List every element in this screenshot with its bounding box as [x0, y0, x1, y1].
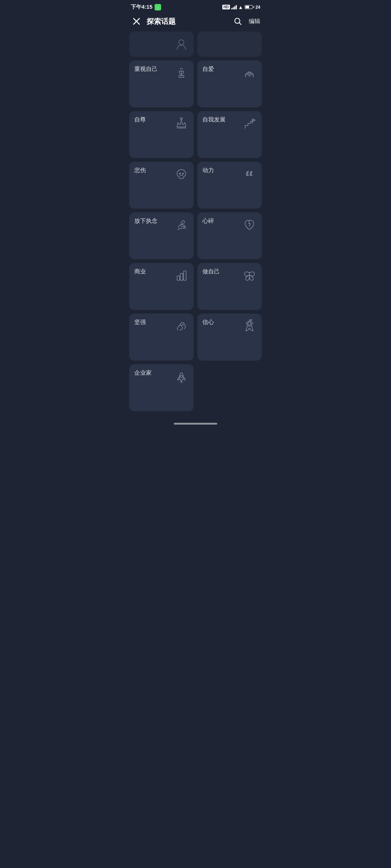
battery-percent: 24 [256, 5, 260, 10]
card-header-zhongshi: 重视自己 [134, 65, 189, 80]
svg-line-11 [180, 118, 181, 118]
topic-card-shang-ye[interactable]: 商业 [129, 263, 194, 310]
partial-icon-right [242, 37, 257, 51]
hd-badge: HD [222, 5, 230, 9]
card-label-dong-li: 动力 [202, 167, 214, 174]
mind-icon [174, 167, 189, 181]
topic-card-zi-zun[interactable]: 自尊 [129, 111, 194, 158]
svg-point-4 [179, 40, 184, 45]
card-label-zi-ai: 自爱 [202, 65, 214, 73]
signal-bar-4 [236, 5, 237, 9]
svg-point-14 [182, 173, 184, 174]
card-header-fangxia: 放下执念 [134, 217, 189, 232]
card-header-zi-ai: 自爱 [202, 65, 257, 80]
partial-card-right[interactable] [197, 31, 262, 57]
card-label-ziwo-fazhan: 自我发展 [202, 116, 226, 124]
svg-point-13 [180, 173, 181, 174]
card-label-jian-qiang: 坚强 [134, 319, 146, 326]
muscle-icon [174, 319, 189, 333]
card-header-shang-ye: 商业 [134, 268, 189, 282]
signal-bar-1 [231, 8, 232, 9]
svg-point-27 [180, 375, 182, 378]
stairs-flag-icon [242, 116, 257, 131]
butterfly-icon [242, 268, 257, 282]
card-label-zuo-ziji: 做自己 [202, 268, 220, 276]
svg-point-19 [247, 321, 252, 326]
topic-card-ziwo-fazhan[interactable]: 自我发展 [197, 111, 262, 158]
svg-point-20 [248, 322, 251, 325]
svg-line-10 [182, 118, 183, 118]
topic-card-fangxia-zhinian[interactable]: 放下执念 [129, 212, 194, 259]
status-bar: 下午4:15 ↓ HD ▲ 24 [125, 0, 266, 13]
home-indicator [174, 423, 217, 425]
card-label-qi-ye-jia: 企业家 [134, 369, 152, 377]
card-header-xin-sui: 心碎 [202, 217, 257, 232]
status-time: 下午4:15 [131, 4, 152, 10]
card-label-xin-sui: 心碎 [202, 217, 214, 225]
svg-line-3 [239, 23, 241, 25]
signal-bars [231, 5, 237, 9]
status-right: HD ▲ 24 [222, 4, 260, 10]
hands-heart-icon [242, 65, 257, 80]
topic-card-zuo-ziji[interactable]: 做自己 [197, 263, 262, 310]
card-label-zhongshi: 重视自己 [134, 65, 157, 73]
partial-card-left[interactable] [129, 31, 194, 57]
svg-rect-16 [180, 273, 183, 280]
svg-line-23 [250, 320, 251, 321]
topic-card-dong-li[interactable]: 动力 [197, 162, 262, 209]
topic-card-qi-ye-jia[interactable]: 企业家 [129, 364, 194, 411]
card-header-ziwo-fazhan: 自我发展 [202, 116, 257, 131]
battery [245, 5, 254, 9]
card-header-zi-zun: 自尊 [134, 116, 189, 131]
topic-card-zi-ai[interactable]: 自爱 [197, 60, 262, 107]
page-header: 探索话题 编辑 [125, 13, 266, 31]
card-header-jian-qiang: 坚强 [134, 319, 189, 333]
close-button[interactable] [131, 16, 142, 27]
card-label-zi-zun: 自尊 [134, 116, 146, 124]
battery-tip [253, 6, 254, 8]
card-label-bei-shang: 悲伤 [134, 167, 146, 174]
rocket-icon [174, 369, 189, 384]
edit-button[interactable]: 编辑 [249, 18, 260, 25]
battery-body [245, 5, 253, 9]
astronaut-icon [242, 319, 257, 333]
search-button[interactable] [233, 16, 243, 26]
card-label-shang-ye: 商业 [134, 268, 146, 276]
header-actions: 编辑 [233, 16, 260, 26]
topic-card-xin-xin[interactable]: 信心 [197, 314, 262, 361]
wifi-icon: ▲ [238, 4, 243, 10]
card-header-xin-xin: 信心 [202, 319, 257, 333]
download-icon: ↓ [155, 4, 161, 10]
svg-rect-17 [184, 271, 186, 280]
signal-bar-2 [233, 7, 234, 9]
card-header-partial-right [202, 37, 257, 51]
svg-rect-15 [177, 276, 180, 280]
bar-chart-icon [174, 268, 189, 282]
card-header-bei-shang: 悲伤 [134, 167, 189, 181]
topic-card-bei-shang[interactable]: 悲伤 [129, 162, 194, 209]
card-label-xin-xin: 信心 [202, 319, 214, 326]
bottom-indicator-area [125, 420, 266, 432]
card-header-qi-ye-jia: 企业家 [134, 369, 189, 384]
topic-card-jian-qiang[interactable]: 坚强 [129, 314, 194, 361]
topic-card-zhongshi-ziji[interactable]: 重视自己 [129, 60, 194, 107]
status-left: 下午4:15 ↓ [131, 4, 161, 10]
page-title: 探索话题 [147, 17, 228, 26]
card-header-zuo-ziji: 做自己 [202, 268, 257, 282]
signal-bar-3 [234, 6, 235, 9]
topics-grid: 重视自己 自爱 [125, 31, 266, 420]
card-header-dong-li: 动力 [202, 167, 257, 181]
card-label-fangxia: 放下执念 [134, 217, 157, 225]
broken-heart-icon [242, 217, 257, 232]
leaf-hand-icon [174, 217, 189, 232]
crown-icon [174, 116, 189, 131]
partial-icon-left [174, 37, 189, 51]
quote-icon [242, 167, 257, 181]
topic-card-xin-sui[interactable]: 心碎 [197, 212, 262, 259]
card-header-partial-left [134, 37, 189, 51]
battery-fill [245, 6, 249, 8]
plant-heart-icon [174, 65, 189, 80]
